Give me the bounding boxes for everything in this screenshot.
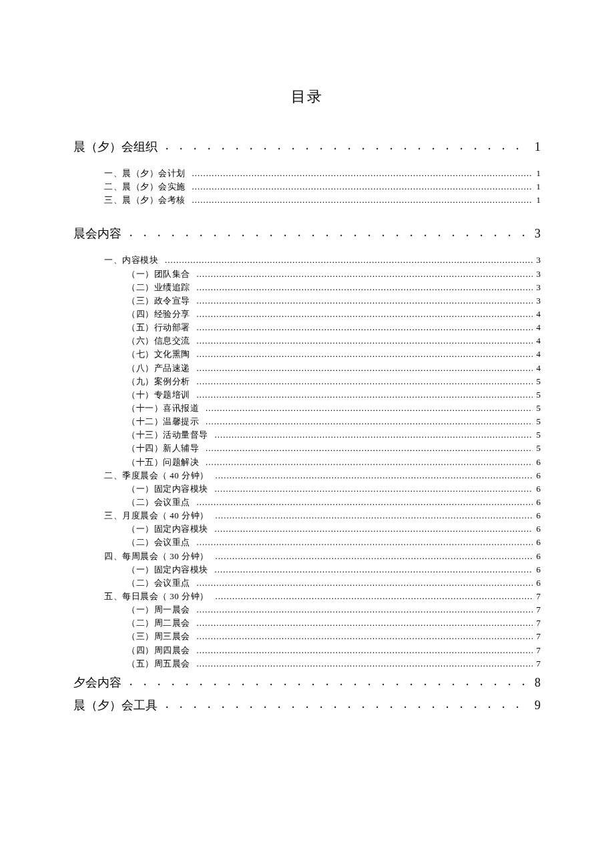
toc-page: 6: [533, 536, 541, 549]
toc-label: （四）经验分享: [127, 308, 190, 321]
toc-entry-level1: 晨会内容 . . . . . . . . . . . . . . . . . .…: [73, 226, 541, 242]
toc-leader-dots: ........................................…: [216, 469, 533, 482]
toc-page: 7: [533, 644, 541, 657]
toc-entry-level3: （八）产品速递.................................…: [127, 362, 541, 375]
toc-leader-dots: ........................................…: [206, 415, 533, 428]
toc-leader-dots: ........................................…: [216, 590, 533, 603]
toc-entry-level2: 一、内容模块..................................…: [104, 254, 541, 267]
toc-entry-level3: （一）周一晨会.................................…: [127, 603, 541, 616]
toc-label: （十五）问题解决: [127, 456, 199, 469]
toc-page: 3: [531, 227, 541, 241]
toc-page: 7: [533, 590, 541, 603]
toc-entry-level1: 晨（夕）会工具 . . . . . . . . . . . . . . . . …: [73, 697, 541, 713]
toc-leader-dots: ........................................…: [206, 402, 533, 415]
toc-label: （十三）活动量督导: [127, 428, 208, 442]
toc-label: 一、晨（夕）会计划: [104, 167, 186, 180]
toc-page: 5: [533, 402, 541, 415]
toc-leader-dots: ........................................…: [215, 428, 533, 442]
toc-label: 晨会内容: [73, 226, 121, 242]
toc-leader-dots: . . . . . . . . . . . . . . . . . . . . …: [129, 675, 531, 689]
toc-page: 6: [533, 563, 541, 576]
toc-entry-level2: 三、晨（夕）会考核...............................…: [104, 193, 541, 207]
toc-entry-level3: （十三）活动量督导...............................…: [127, 428, 541, 442]
toc-leader-dots: ........................................…: [197, 321, 533, 334]
toc-page: 1: [531, 140, 541, 154]
toc-label: 四、每周晨会（ 30 分钟）: [104, 550, 209, 563]
toc-entry-level3: （四）经验分享.................................…: [127, 308, 541, 321]
toc-leader-dots: ........................................…: [197, 388, 533, 402]
toc-page: 1: [533, 167, 541, 180]
toc-page: 6: [533, 456, 541, 469]
toc-label: （九）案例分析: [127, 375, 190, 388]
toc-entry-level3: （六）信息交流.................................…: [127, 334, 541, 348]
toc-leader-dots: ........................................…: [192, 180, 533, 193]
toc-entry-level2: 一、晨（夕）会计划...............................…: [104, 167, 541, 180]
toc-label: （十一）喜讯报道: [127, 402, 199, 415]
toc-entry-level3: （十五）问题解决................................…: [127, 456, 541, 469]
toc-leader-dots: ........................................…: [216, 509, 533, 522]
toc-entry-level3: （四）周四晨会.................................…: [127, 644, 541, 657]
toc-leader-dots: ........................................…: [192, 193, 533, 207]
toc-label: 五、每日晨会（ 30 分钟）: [104, 590, 209, 603]
toc-page: 6: [533, 576, 541, 590]
toc-label: 二、季度晨会（ 40 分钟）: [104, 469, 209, 482]
toc-label: （四）周四晨会: [127, 644, 190, 657]
toc-leader-dots: ........................................…: [197, 362, 533, 375]
toc-leader-dots: ........................................…: [216, 550, 533, 563]
toc-title: 目录: [73, 87, 541, 107]
toc-leader-dots: ........................................…: [197, 616, 533, 630]
toc-page: 3: [533, 254, 541, 267]
toc-label: （十）专题培训: [127, 388, 190, 402]
toc-page: 5: [533, 375, 541, 388]
toc-page: 7: [533, 603, 541, 616]
toc-entry-level3: （一）固定内容模块...............................…: [127, 563, 541, 576]
toc-entry-level3: （十二）温馨提示................................…: [127, 415, 541, 428]
toc-leader-dots: ........................................…: [197, 348, 533, 361]
toc-page: 6: [533, 482, 541, 496]
toc-label: （一）固定内容模块: [127, 522, 208, 536]
toc-leader-dots: ........................................…: [197, 268, 533, 281]
toc-entry-level2: 二、晨（夕）会实施...............................…: [104, 180, 541, 193]
toc-page: 4: [533, 308, 541, 321]
toc-entry-level2: 四、每周晨会（ 30 分钟）..........................…: [104, 550, 541, 563]
toc-label: （二）业绩追踪: [127, 281, 190, 294]
toc-entry-level2: 五、每日晨会（ 30 分钟）..........................…: [104, 590, 541, 603]
toc-entry-level3: （一）固定内容模块...............................…: [127, 482, 541, 496]
toc-page: 6: [533, 509, 541, 522]
toc-entry-level3: （十四）新人辅导................................…: [127, 442, 541, 455]
toc-leader-dots: ........................................…: [165, 254, 533, 267]
toc-label: 一、内容模块: [104, 254, 158, 267]
toc-leader-dots: ........................................…: [197, 308, 533, 321]
toc-leader-dots: ........................................…: [215, 563, 533, 576]
toc-label: （三）周三晨会: [127, 630, 190, 643]
toc-label: （二）会议重点: [127, 496, 190, 509]
toc-leader-dots: ........................................…: [192, 167, 533, 180]
toc-entry-level3: （二）会议重点.................................…: [127, 576, 541, 590]
toc-leader-dots: ........................................…: [215, 482, 533, 496]
toc-leader-dots: ........................................…: [197, 281, 533, 294]
toc-leader-dots: ........................................…: [197, 496, 533, 509]
toc-label: 晨（夕）会工具: [73, 697, 158, 713]
toc-page: 7: [533, 657, 541, 671]
toc-page: 6: [533, 550, 541, 563]
toc-leader-dots: ........................................…: [197, 657, 533, 671]
toc-label: 夕会内容: [73, 675, 121, 691]
toc-page: 9: [531, 699, 541, 713]
toc-leader-dots: ........................................…: [197, 334, 533, 348]
toc-label: （六）信息交流: [127, 334, 190, 348]
toc-label: （十四）新人辅导: [127, 442, 199, 455]
toc-page: 3: [533, 294, 541, 308]
toc-label: （一）团队集合: [127, 268, 190, 281]
toc-leader-dots: ........................................…: [206, 442, 533, 455]
toc-label: 晨（夕）会组织: [73, 139, 158, 155]
toc-page: 3: [533, 268, 541, 281]
toc-leader-dots: ........................................…: [197, 576, 533, 590]
toc-entry-level3: （九）案例分析.................................…: [127, 375, 541, 388]
toc-label: （五）周五晨会: [127, 657, 190, 671]
toc-leader-dots: ........................................…: [206, 456, 533, 469]
toc-page: 6: [533, 469, 541, 482]
toc-page: 5: [533, 415, 541, 428]
toc-entry-level1: 晨（夕）会组织 . . . . . . . . . . . . . . . . …: [73, 139, 541, 155]
toc-leader-dots: . . . . . . . . . . . . . . . . . . . . …: [166, 697, 531, 711]
toc-label: （十二）温馨提示: [127, 415, 199, 428]
